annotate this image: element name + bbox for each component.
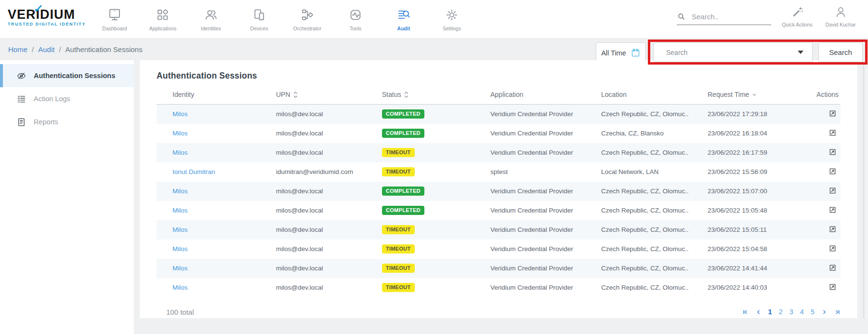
status-badge: COMPLETED — [382, 187, 424, 196]
quick-actions-button[interactable]: Quick Actions — [777, 6, 817, 27]
column-header-upn[interactable]: UPN — [260, 84, 366, 105]
sidebar-item-authentication-sessions[interactable]: Authentication Sessions — [0, 64, 134, 87]
sidebar-item-label: Reports — [34, 118, 58, 126]
eye-slash-icon — [16, 71, 26, 81]
open-session-button[interactable] — [829, 129, 837, 137]
pagination-first-button[interactable] — [742, 309, 749, 315]
identity-link[interactable]: Milos — [172, 207, 188, 214]
identity-link[interactable]: Milos — [172, 187, 188, 195]
request-time-cell: 23/06/2022 15:07:00 — [692, 182, 802, 201]
pagination-next-button[interactable] — [821, 309, 828, 315]
nav-item-orchestrator[interactable]: Orchestrator — [283, 0, 331, 39]
nav-item-label: Dashboard — [102, 26, 127, 31]
table-row: Milosmilos@dev.localTIMEOUTVeridium Cred… — [157, 220, 841, 240]
open-session-button[interactable] — [829, 109, 837, 118]
pagination-last-button[interactable] — [834, 309, 841, 315]
pagination-prev-button[interactable] — [755, 309, 762, 315]
identity-link[interactable]: Milos — [172, 226, 188, 233]
column-header-request-time[interactable]: Request Time — [692, 84, 802, 105]
logo-wordmark: VERIDIUM ✓ — [8, 8, 85, 21]
magic-wand-icon — [791, 6, 804, 19]
veridium-logo[interactable]: VERIDIUM ✓ TRUSTED DIGITAL IDENTITY — [8, 8, 85, 27]
request-time-cell: 23/06/2022 15:04:58 — [692, 240, 802, 259]
nav-item-devices[interactable]: Devices — [235, 0, 283, 39]
open-session-button[interactable] — [829, 244, 837, 253]
external-link-icon — [829, 244, 837, 253]
nav-item-label: Tools — [350, 26, 362, 31]
identity-link[interactable]: Milos — [172, 265, 188, 272]
pagination-page-3[interactable]: 3 — [789, 308, 793, 316]
column-header-status[interactable]: Status — [366, 84, 474, 105]
chevron-down-icon — [798, 51, 803, 54]
pagination-page-1[interactable]: 1 — [768, 308, 772, 316]
upn-cell: milos@dev.local — [260, 278, 366, 297]
audit-icon — [396, 8, 411, 22]
open-session-button[interactable] — [829, 148, 837, 156]
upn-cell: milos@dev.local — [260, 240, 366, 259]
breadcrumb-item-audit[interactable]: Audit — [38, 45, 54, 53]
nav-item-settings[interactable]: Settings — [428, 0, 476, 39]
identity-link[interactable]: Milos — [172, 110, 188, 118]
external-link-icon — [829, 167, 837, 175]
column-header-location: Location — [585, 84, 692, 105]
identity-link[interactable]: Milos — [172, 149, 188, 156]
application-cell: Veridium Credential Provider — [474, 240, 585, 259]
nav-item-dashboard[interactable]: Dashboard — [91, 0, 139, 39]
open-session-button[interactable] — [829, 283, 837, 291]
action-logs-icon — [16, 94, 26, 104]
location-cell: Local Network, LAN — [585, 162, 692, 182]
table-body: Milosmilos@dev.localCOMPLETEDVeridium Cr… — [157, 105, 841, 297]
upn-cell: milos@dev.local — [260, 220, 366, 240]
open-session-button[interactable] — [829, 264, 837, 272]
pagination-page-5[interactable]: 5 — [811, 308, 815, 316]
primary-nav: DashboardApplicationsIdentitiesDevicesOr… — [91, 0, 476, 39]
breadcrumb-separator: / — [59, 45, 61, 53]
search-filter-dropdown[interactable]: Search — [653, 42, 813, 62]
scrollbar[interactable] — [864, 64, 868, 318]
calendar-icon — [631, 48, 641, 58]
nav-item-applications[interactable]: Applications — [139, 0, 187, 39]
table-row: Milosmilos@dev.localTIMEOUTVeridium Cred… — [157, 278, 841, 297]
request-time-cell: 23/06/2022 17:29:18 — [692, 105, 802, 124]
upn-cell: milos@dev.local — [260, 201, 366, 220]
search-filter-placeholder: Search — [666, 49, 687, 56]
request-time-cell: 23/06/2022 16:17:59 — [692, 143, 802, 162]
table-row: Milosmilos@dev.localTIMEOUTVeridium Cred… — [157, 143, 841, 162]
total-count-label: 100 total — [157, 308, 194, 316]
column-header-actions: Actions — [802, 84, 841, 105]
pagination-page-4[interactable]: 4 — [800, 308, 804, 316]
location-cell: Czech Republic, CZ, Olomuc.. — [585, 182, 692, 201]
sidebar-item-label: Authentication Sessions — [34, 72, 115, 80]
main-panel: Authentication Sessions IdentityUPNStatu… — [140, 60, 857, 318]
table-row: Milosmilos@dev.localCOMPLETEDVeridium Cr… — [157, 201, 841, 220]
breadcrumb: Home/Audit/Authentication Sessions — [8, 39, 143, 60]
user-menu-button[interactable]: David Kuchar — [820, 6, 861, 27]
open-session-button[interactable] — [829, 167, 837, 175]
open-session-button[interactable] — [829, 187, 837, 195]
breadcrumb-item-authentication-sessions: Authentication Sessions — [66, 45, 143, 53]
upn-cell: milos@dev.local — [260, 124, 366, 143]
identity-link[interactable]: Ionut Dumitran — [172, 168, 215, 175]
breadcrumb-item-home[interactable]: Home — [8, 45, 27, 53]
sort-icon — [404, 92, 408, 98]
sidebar-item-action-logs[interactable]: Action Logs — [0, 87, 134, 110]
external-link-icon — [829, 206, 837, 214]
open-session-button[interactable] — [829, 206, 837, 214]
identity-link[interactable]: Milos — [172, 130, 188, 137]
status-badge: TIMEOUT — [382, 167, 415, 176]
user-name-label: David Kuchar — [825, 22, 855, 27]
tools-icon — [348, 8, 363, 22]
search-button[interactable]: Search — [818, 42, 863, 62]
pagination-page-2[interactable]: 2 — [779, 308, 783, 316]
open-session-button[interactable] — [829, 225, 837, 233]
nav-item-audit[interactable]: Audit — [380, 0, 428, 39]
status-badge: COMPLETED — [382, 109, 424, 119]
identity-link[interactable]: Milos — [172, 245, 188, 253]
identity-link[interactable]: Milos — [172, 284, 188, 291]
settings-icon — [445, 8, 459, 22]
sidebar-item-reports[interactable]: Reports — [0, 110, 134, 134]
global-search-input[interactable] — [692, 13, 764, 21]
nav-item-identities[interactable]: Identities — [187, 0, 235, 39]
orchestrator-icon — [300, 8, 315, 22]
nav-item-tools[interactable]: Tools — [331, 0, 380, 39]
